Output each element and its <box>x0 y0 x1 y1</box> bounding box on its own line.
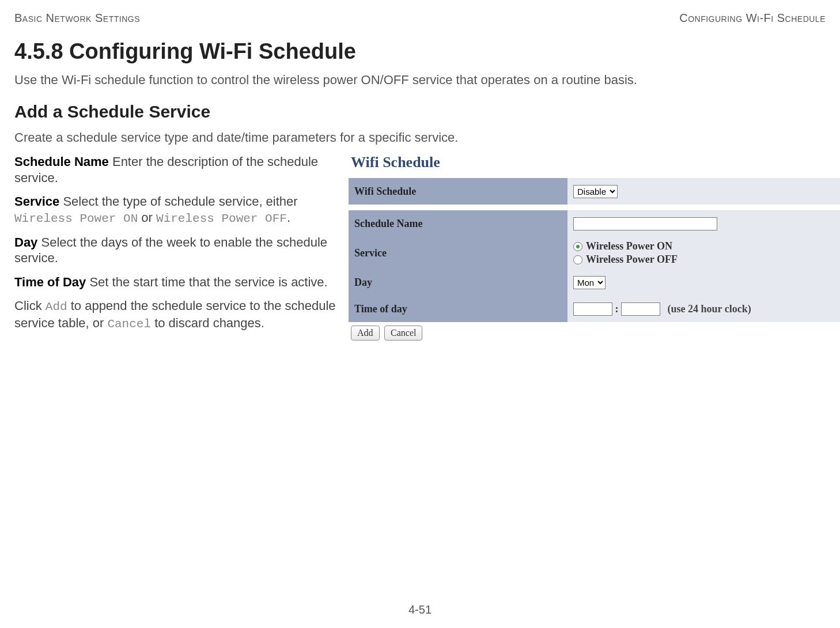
radio-wireless-on[interactable] <box>573 242 582 251</box>
label-time: Time of day <box>349 296 567 322</box>
desc-time: Time of Day Set the start time that the … <box>14 274 337 290</box>
row-schedule-name: Schedule Name <box>349 210 840 237</box>
form-table: Wifi Schedule Disable Schedule Name Se <box>349 178 840 322</box>
row-service: Service Wireless Power ON Wireless Power… <box>349 237 840 269</box>
desc-text: Click <box>14 298 46 313</box>
desc-code: Cancel <box>107 317 151 331</box>
row-wifi-schedule: Wifi Schedule Disable <box>349 178 840 205</box>
field-descriptions: Schedule Name Enter the description of t… <box>14 154 343 340</box>
time-hour-input[interactable] <box>573 302 612 316</box>
label-schedule-name: Schedule Name <box>349 210 567 237</box>
desc-day: Day Select the days of the week to enabl… <box>14 234 337 266</box>
desc-label: Schedule Name <box>14 154 109 169</box>
desc-label: Service <box>14 194 59 209</box>
time-minute-input[interactable] <box>621 302 660 316</box>
desc-service: Service Select the type of schedule serv… <box>14 194 337 226</box>
page-number: 4-51 <box>0 603 840 616</box>
desc-click: Click Add to append the schedule service… <box>14 298 337 332</box>
desc-label: Time of Day <box>14 275 86 289</box>
subsection-title: Add a Schedule Service <box>14 102 826 122</box>
desc-code: Add <box>46 300 67 313</box>
row-time: Time of day : (use 24 hour clock) <box>349 296 840 322</box>
label-service: Service <box>349 237 567 269</box>
radio-label-on: Wireless Power ON <box>586 240 672 252</box>
section-intro: Use the Wi-Fi schedule function to contr… <box>14 73 826 88</box>
desc-text: Select the type of schedule service, eit… <box>59 194 297 209</box>
wifi-schedule-select[interactable]: Disable <box>573 185 618 198</box>
desc-schedule-name: Schedule Name Enter the description of t… <box>14 154 337 186</box>
desc-text: to discard changes. <box>151 316 264 330</box>
subsection-intro: Create a schedule service type and date/… <box>14 130 826 145</box>
day-select[interactable]: Mon <box>573 276 606 289</box>
desc-label: Day <box>14 235 37 249</box>
time-hint: (use 24 hour clock) <box>663 303 751 315</box>
time-colon: : <box>615 303 622 315</box>
section-title: 4.5.8 Configuring Wi-Fi Schedule <box>14 39 826 64</box>
header-left: Basic Network Settings <box>14 12 140 25</box>
desc-text: or <box>138 210 156 225</box>
desc-code: Wireless Power OFF <box>156 212 287 225</box>
schedule-name-input[interactable] <box>573 217 717 230</box>
panel-title: Wifi Schedule <box>349 154 840 171</box>
radio-label-off: Wireless Power OFF <box>586 254 678 266</box>
desc-text: Select the days of the week to enable th… <box>14 235 327 266</box>
desc-code: Wireless Power ON <box>14 212 138 225</box>
label-day: Day <box>349 269 567 296</box>
label-wifi-schedule: Wifi Schedule <box>349 178 567 205</box>
desc-text: . <box>287 210 290 225</box>
desc-text: Set the start time that the service is a… <box>86 275 327 289</box>
wifi-schedule-panel: Wifi Schedule Wifi Schedule Disable Sche… <box>349 154 840 341</box>
radio-wireless-off[interactable] <box>573 255 582 264</box>
header-right: Configuring Wi-Fi Schedule <box>679 12 826 25</box>
add-button[interactable]: Add <box>351 326 380 341</box>
cancel-button[interactable]: Cancel <box>384 326 422 341</box>
row-day: Day Mon <box>349 269 840 296</box>
